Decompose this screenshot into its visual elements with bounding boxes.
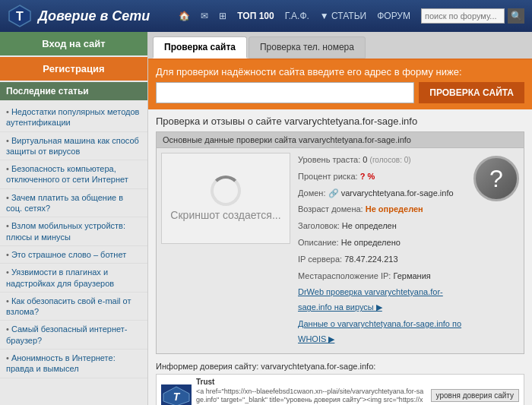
informer-preview: уровня доверия сайту xyxy=(431,389,519,402)
nav-articles[interactable]: ▼ СТАТЬИ xyxy=(320,11,366,21)
screenshot-area: Скриншот создается... xyxy=(161,153,290,244)
sidebar-article-item[interactable]: Зачем платить за общение в соц. сетях? xyxy=(0,189,147,218)
tab-check-site[interactable]: Проверка сайта xyxy=(153,36,247,59)
sidebar-article-item[interactable]: Анонимность в Интернете: правда и вымысе… xyxy=(0,350,147,378)
desc-row: Описание: Не определено xyxy=(298,236,466,251)
page-header-value: Не определен xyxy=(342,221,397,230)
domain-value: varvarychtetyana.for-sage.info xyxy=(341,188,454,198)
tab-check-phone[interactable]: Проверка тел. номера xyxy=(249,36,366,59)
age-value: Не определен xyxy=(366,204,423,214)
trust-box: Основные данные проверки сайта varvarych… xyxy=(156,131,524,354)
informer-code[interactable]: <a href="https://xn--blaeefebsd1cwaon.xn… xyxy=(196,388,426,405)
sidebar-article-item[interactable]: Уязвимости в плагинах и надстройках для … xyxy=(0,264,147,293)
search-input[interactable] xyxy=(421,8,505,24)
svg-text:T: T xyxy=(16,10,24,23)
trust-level-label: Уровень траста: xyxy=(298,155,363,164)
site-info-title: Проверка и отзывы о сайте varvarychtetya… xyxy=(156,115,524,127)
site-info: Проверка и отзывы о сайте varvarychtetya… xyxy=(148,109,532,357)
informer-code-area: Trust <a href="https://xn--blaeefebsd1cw… xyxy=(196,378,426,405)
header: T Доверие в Сети 🏠 ✉ ⊞ ТОП 100 Г.А.Ф. ▼ … xyxy=(0,0,532,32)
informer-section: Информер доверия сайту: varvarychtetyana… xyxy=(156,362,524,405)
location-label: Местарасположение IP: xyxy=(298,271,393,280)
risk-label: Процент риска: xyxy=(298,172,360,181)
location-row: Местарасположение IP: Германия xyxy=(298,269,466,284)
site-info-domain: varvarychtetyana.for-sage.info xyxy=(284,115,417,127)
site-url-input[interactable] xyxy=(156,82,414,103)
nav-home[interactable]: 🏠 xyxy=(179,11,190,21)
informer-logo: T xyxy=(161,384,192,405)
trust-label: Trust xyxy=(196,378,426,386)
sidebar-article-item[interactable]: Виртуальная машина как способ защиты от … xyxy=(0,132,147,161)
logo-icon: T xyxy=(8,4,32,28)
trust-details: Уровень траста: 0 (голосов: 0) Процент р… xyxy=(298,153,466,349)
informer-title: Информер доверия сайту: varvarychtetyana… xyxy=(156,362,524,371)
sidebar-article-item[interactable]: Взлом мобильных устройств: плюсы и минус… xyxy=(0,217,147,246)
ip-label: IP сервера: xyxy=(298,255,344,264)
domain-row: Домен: 🔗 varvarychtetyana.for-sage.info xyxy=(298,186,466,201)
search-button[interactable]: 🔍 xyxy=(508,8,524,24)
nav-faq[interactable]: Г.А.Ф. xyxy=(285,11,309,21)
page-header-label: Заголовок: xyxy=(298,221,342,230)
logo: T Доверие в Сети xyxy=(8,4,150,28)
sidebar: Вход на сайт Регистрация Последние стать… xyxy=(0,32,148,405)
ip-value: 78.47.224.213 xyxy=(344,255,397,264)
banner-text: Для проверки надёжности сайта введите ег… xyxy=(156,66,524,78)
trust-box-content: Скриншот создается... Уровень траста: 0 … xyxy=(157,148,524,353)
virus-check-link[interactable]: DrWeb проверка varvarychtetyana.for-sage… xyxy=(298,287,443,312)
sidebar-article-item[interactable]: Безопасность компьютера, отключенного от… xyxy=(0,160,147,189)
tabs: Проверка сайта Проверка тел. номера xyxy=(148,32,532,60)
nav-forum[interactable]: ФОРУМ xyxy=(377,11,410,21)
loading-spinner xyxy=(211,176,241,206)
age-label: Возраст домена: xyxy=(298,204,366,214)
risk-value: ? % xyxy=(360,172,375,181)
trust-level-value: 0 xyxy=(363,155,367,164)
sidebar-articles-title: Последние статьи xyxy=(0,82,147,100)
informer-box: T Trust <a href="https://xn--blaeefebsd1… xyxy=(156,374,524,405)
risk-row: Процент риска: ? % xyxy=(298,169,466,185)
nav-grid[interactable]: ⊞ xyxy=(219,11,226,21)
sidebar-article-item[interactable]: Это страшное слово – ботнет xyxy=(0,246,147,264)
layout: Вход на сайт Регистрация Последние стать… xyxy=(0,32,532,405)
site-info-prefix: Проверка и отзывы о сайте xyxy=(156,115,284,127)
trust-badge-icon: ? xyxy=(473,156,519,201)
domain-icon: 🔗 xyxy=(328,188,339,198)
sidebar-article-item[interactable]: Как обезопасить свой e-mail от взлома? xyxy=(0,293,147,321)
main-content: Проверка сайта Проверка тел. номера Для … xyxy=(148,32,532,405)
screenshot-label: Скриншот создается... xyxy=(170,209,280,221)
svg-text:T: T xyxy=(173,391,181,403)
sidebar-article-item[interactable]: Самый безопасный интернет-браузер? xyxy=(0,321,147,350)
age-row: Возраст домена: Не определен xyxy=(298,202,466,217)
site-title: Доверие в Сети xyxy=(38,8,150,24)
login-button[interactable]: Вход на сайт xyxy=(0,32,147,55)
sidebar-articles-list: Недостатки популярных методов аутентифик… xyxy=(0,100,147,381)
nav-mail[interactable]: ✉ xyxy=(201,11,208,21)
nav: 🏠 ✉ ⊞ ТОП 100 Г.А.Ф. ▼ СТАТЬИ ФОРУМ 🔍 xyxy=(179,8,524,24)
header-row: Заголовок: Не определен xyxy=(298,219,466,234)
whois-link[interactable]: Данные о varvarychtetyana.for-sage.info … xyxy=(298,319,461,343)
trust-level-row: Уровень траста: 0 (голосов: 0) xyxy=(298,153,466,168)
location-value: Германия xyxy=(393,271,430,280)
desc-value: Не определено xyxy=(341,238,401,247)
nav-top100[interactable]: ТОП 100 xyxy=(237,11,274,21)
search-form: 🔍 xyxy=(421,8,524,24)
main-wrapper: Проверка сайта Проверка тел. номера Для … xyxy=(148,32,532,405)
register-button[interactable]: Регистрация xyxy=(0,57,147,81)
trust-box-header: Основные данные проверки сайта varvarych… xyxy=(157,132,524,148)
ip-row: IP сервера: 78.47.224.213 xyxy=(298,252,466,267)
sidebar-article-item[interactable]: Недостатки популярных методов аутентифик… xyxy=(0,103,147,132)
check-banner: Для проверки надёжности сайта введите ег… xyxy=(148,60,532,109)
trust-badge: ? xyxy=(473,153,519,349)
check-site-button[interactable]: ПРОВЕРКА САЙТА xyxy=(419,82,524,103)
trust-votes: (голосов: 0) xyxy=(370,156,411,164)
whois-row[interactable]: Данные о varvarychtetyana.for-sage.info … xyxy=(298,317,466,347)
domain-label: Домен: xyxy=(298,188,328,198)
check-form: ПРОВЕРКА САЙТА xyxy=(156,82,524,103)
virus-check-row[interactable]: DrWeb проверка varvarychtetyana.for-sage… xyxy=(298,285,466,315)
desc-label: Описание: xyxy=(298,238,341,247)
